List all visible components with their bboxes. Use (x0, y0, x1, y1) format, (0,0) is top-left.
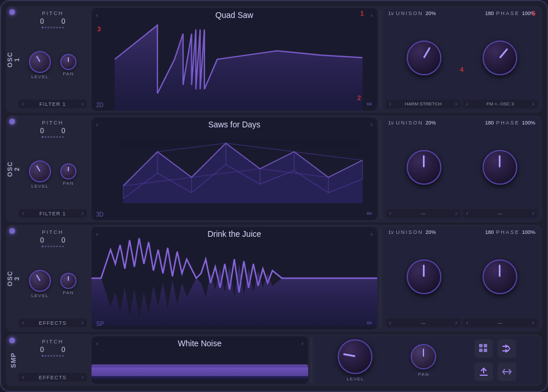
osc1-unison-label: UNISON (396, 10, 423, 16)
osc2-bar2[interactable]: ‹ --- › (463, 209, 538, 218)
osc3-wave-next[interactable]: › (371, 231, 372, 237)
smp-shuffle-btn[interactable] (498, 339, 516, 358)
smp-upload-btn[interactable] (474, 362, 493, 381)
smp-divider (310, 338, 312, 383)
osc1-fm-right[interactable]: › (532, 101, 534, 107)
osc1-harm-text: HARM STRETCH (405, 101, 442, 107)
osc3-divider (379, 228, 381, 328)
osc2-active-dot[interactable] (9, 119, 15, 124)
smp-pitch-values: 0 0 (40, 346, 65, 354)
smp-filter-left-chevron[interactable]: ‹ (22, 374, 24, 380)
osc3-active-dot[interactable] (9, 228, 15, 234)
osc1-wave-svg (92, 8, 377, 111)
osc1-pitch-right[interactable]: 0 (61, 17, 65, 25)
svg-rect-18 (479, 349, 483, 352)
osc2-filter-left-chevron[interactable]: ‹ (22, 210, 24, 217)
osc3-filter-text: EFFECTS (39, 320, 67, 326)
osc1-waveform-title: Quad Saw (98, 10, 370, 20)
osc3-pitch-left[interactable]: 0 (40, 236, 44, 244)
osc3-knob-row: LEVEL PAN (29, 270, 76, 298)
osc3-phase-knob[interactable] (483, 259, 517, 294)
osc1-unison-knob-group (407, 41, 441, 75)
osc1-active-dot[interactable] (9, 9, 15, 15)
osc1-pan-group: PAN (60, 54, 76, 76)
osc1-filter-bar[interactable]: ‹ FILTER 1 › (19, 100, 87, 108)
osc2-wave-next[interactable]: › (371, 122, 372, 128)
osc1-unison-knob[interactable] (407, 41, 441, 75)
smp-filter-bar[interactable]: ‹ EFFECTS › (19, 373, 87, 382)
osc2-pitch-left[interactable]: 0 (40, 127, 44, 135)
osc3-pan-label: PAN (63, 290, 74, 295)
osc2-bar1-text: --- (421, 211, 426, 216)
osc3-filter-right-chevron[interactable]: › (82, 320, 83, 326)
osc3-pan-group: PAN (60, 273, 76, 295)
smp-pitch-left[interactable]: 0 (40, 346, 44, 354)
osc1-filter-left-chevron[interactable]: ‹ (22, 101, 24, 107)
osc1-harm-stretch-bar[interactable]: ‹ HARM STRETCH › (386, 100, 461, 108)
osc2-waveform-edit-icon[interactable]: ✏ (367, 210, 372, 218)
osc3-bar1-left[interactable]: ‹ (389, 320, 391, 326)
osc2-pan-knob[interactable] (60, 163, 76, 179)
smp-active-dot[interactable] (9, 338, 15, 343)
osc1-pan-knob[interactable] (60, 54, 76, 70)
osc3-filter-left-chevron[interactable]: ‹ (22, 320, 24, 326)
osc3-bar1[interactable]: ‹ --- › (386, 318, 461, 327)
smp-level-knob[interactable] (338, 339, 372, 374)
osc1-right-knobs: 4 (386, 17, 538, 98)
arrows-icon (501, 366, 513, 378)
osc2-phase-knob[interactable] (483, 150, 517, 185)
osc1-level-knob[interactable] (29, 51, 51, 73)
smp-pitch-dots (42, 355, 64, 357)
osc3-unison-pct: 20% (426, 229, 436, 235)
osc2-pitch-right[interactable]: 0 (61, 127, 65, 135)
osc2-filter-right-chevron[interactable]: › (82, 210, 83, 217)
smp-left-panel: PITCH 0 0 ‹ EFFECTS › (8, 336, 89, 384)
osc2-bar2-text: --- (498, 211, 503, 216)
osc3-unison-knob[interactable] (407, 259, 441, 294)
smp-waveform: ‹ White Noise › (92, 336, 308, 384)
smp-filter-right-chevron[interactable]: › (82, 374, 83, 380)
svg-rect-16 (479, 344, 483, 347)
osc2-bar2-right[interactable]: › (532, 210, 534, 217)
osc2-unison-knob[interactable] (407, 150, 441, 185)
smp-grid-btn[interactable] (474, 339, 493, 358)
osc3-waveform-type: SP (96, 321, 104, 327)
osc3-unison-val: 180 (485, 229, 494, 235)
smp-pan-knob[interactable] (411, 344, 436, 369)
osc1-filter-right-chevron[interactable]: › (82, 101, 83, 107)
smp-pitch-label: PITCH (42, 339, 64, 345)
osc3-level-knob[interactable] (29, 270, 51, 292)
osc2-bar1-right[interactable]: › (455, 210, 457, 217)
osc3-waveform-edit-icon[interactable]: ✏ (367, 319, 372, 327)
osc3-bar2-right[interactable]: › (532, 320, 534, 326)
osc1-harm-left[interactable]: ‹ (389, 101, 391, 107)
osc1-waveform-canvas: 3 2 (92, 8, 377, 111)
svg-marker-0 (123, 143, 363, 203)
smp-wave-next[interactable]: › (301, 340, 303, 347)
osc3-bar2[interactable]: ‹ --- › (463, 318, 538, 327)
osc2-unison-label: UNISON (396, 120, 423, 126)
osc2-bar1[interactable]: ‹ --- › (386, 209, 461, 218)
osc2-bar2-left[interactable]: ‹ (466, 210, 468, 217)
osc2-filter-bar[interactable]: ‹ FILTER 1 › (19, 209, 87, 218)
osc1-waveform-edit-icon[interactable]: ✏ (367, 100, 372, 108)
smp-arrows-btn[interactable] (498, 362, 516, 381)
osc1-wave-next[interactable]: › (371, 12, 372, 19)
osc1-phase-knob[interactable] (483, 41, 517, 75)
osc3-bar1-right[interactable]: › (455, 320, 457, 326)
osc1-fm-left[interactable]: ‹ (466, 101, 468, 107)
osc2-bar1-left[interactable]: ‹ (389, 210, 391, 217)
smp-pitch-right[interactable]: 0 (61, 346, 65, 354)
osc3-bar2-left[interactable]: ‹ (466, 320, 468, 326)
osc3-filter-bar[interactable]: ‹ EFFECTS › (19, 318, 87, 327)
osc1-fm-osc3-bar[interactable]: ‹ FM <- OSC 3 › (463, 100, 538, 108)
osc1-waveform-header: ‹ Quad Saw › (92, 8, 377, 22)
osc1-pitch-left[interactable]: 0 (40, 17, 44, 25)
osc3-pitch-right[interactable]: 0 (61, 236, 65, 244)
osc3-pan-knob[interactable] (60, 273, 76, 289)
osc2-level-knob[interactable] (29, 160, 51, 182)
grid-icon (478, 343, 489, 354)
osc1-marker5: 5 (532, 10, 535, 17)
osc1-harm-right[interactable]: › (455, 101, 457, 107)
osc3-left-panel: PITCH 0 0 LEVEL (8, 227, 89, 329)
